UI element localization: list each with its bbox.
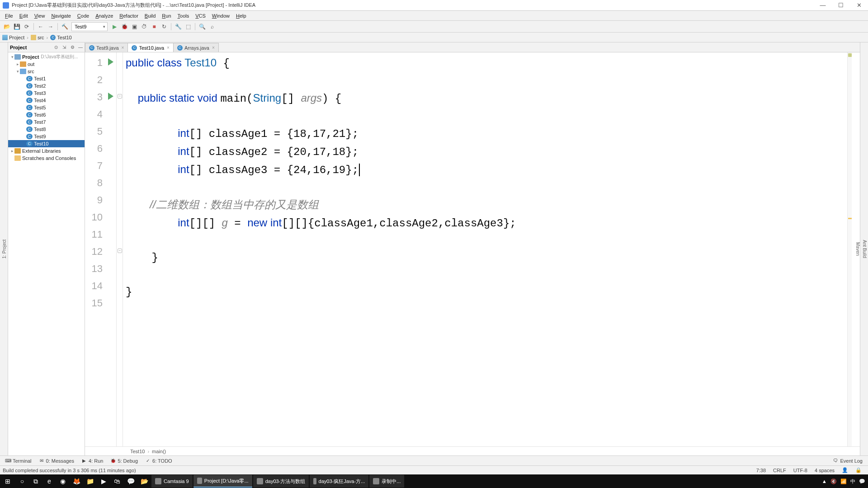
- run-icon[interactable]: ▶: [109, 22, 119, 32]
- bottom-tab-5-debug[interactable]: 🐞5: Debug: [107, 456, 142, 465]
- tree-item-test10[interactable]: CTest10: [8, 140, 85, 147]
- bottom-tab-6-todo[interactable]: ✓6: TODO: [142, 456, 176, 465]
- tree-item-test9[interactable]: CTest9: [8, 133, 85, 140]
- search-icon[interactable]: 🔍: [197, 22, 207, 32]
- back-icon[interactable]: ←: [36, 22, 46, 32]
- left-tab-2-favorites[interactable]: 2: Favorites: [0, 235, 1, 263]
- profile-icon[interactable]: ⏱: [139, 22, 149, 32]
- cortana-icon[interactable]: ○: [15, 474, 29, 488]
- menu-tools[interactable]: Tools: [175, 12, 193, 19]
- inspection-icon[interactable]: 👤: [838, 467, 852, 473]
- editor-tab-test10-java[interactable]: CTest10.java×: [127, 43, 174, 52]
- menu-refactor[interactable]: Refactor: [116, 12, 142, 19]
- line-separator[interactable]: CRLF: [769, 468, 790, 473]
- tree-item-project[interactable]: ▾ProjectD:\Java零基础到...: [8, 53, 85, 61]
- update-icon[interactable]: ↻: [159, 22, 169, 32]
- stop-icon[interactable]: ■: [149, 22, 159, 32]
- store-icon[interactable]: 🛍: [110, 474, 124, 488]
- menu-code[interactable]: Code: [74, 12, 92, 19]
- tree-item-out[interactable]: ▸out: [8, 61, 85, 68]
- menu-run[interactable]: Run: [159, 12, 174, 19]
- warning-marker[interactable]: [848, 218, 852, 219]
- expand-all-icon[interactable]: ⇲: [60, 43, 68, 52]
- menu-analyze[interactable]: Analyze: [92, 12, 116, 19]
- project-tree[interactable]: ▾ProjectD:\Java零基础到...▸out▾srcCTest1CTes…: [8, 52, 85, 455]
- right-tab-ant-build[interactable]: Ant Build: [861, 236, 868, 262]
- run-gutter-icon[interactable]: [108, 93, 113, 100]
- select-opened-icon[interactable]: ⊙: [52, 43, 60, 52]
- nav-test10[interactable]: CTest10: [49, 35, 73, 40]
- chrome-icon[interactable]: ◉: [56, 474, 70, 488]
- file-encoding[interactable]: UTF-8: [790, 468, 811, 473]
- bottom-tab-terminal[interactable]: ⌨Terminal: [2, 456, 35, 465]
- bottom-tab-0-messages[interactable]: ✉0: Messages: [35, 456, 78, 465]
- tree-item-test1[interactable]: CTest1: [8, 75, 85, 82]
- menu-window[interactable]: Window: [209, 12, 233, 19]
- crumb-method[interactable]: main(): [152, 449, 166, 454]
- tree-item-test5[interactable]: CTest5: [8, 104, 85, 111]
- hide-icon[interactable]: —: [76, 43, 85, 52]
- menu-edit[interactable]: Edit: [16, 12, 31, 19]
- menu-help[interactable]: Help: [233, 12, 250, 19]
- maximize-button[interactable]: ☐: [832, 0, 850, 11]
- tray-volume-icon[interactable]: 🔇: [830, 479, 837, 484]
- folder2-icon[interactable]: 📂: [137, 474, 151, 488]
- taskbar-app[interactable]: Camtasia 9: [151, 475, 193, 488]
- tree-item-external libraries[interactable]: ▸External Libraries: [8, 147, 85, 155]
- indent-setting[interactable]: 4 spaces: [811, 468, 838, 473]
- edge-icon[interactable]: e: [42, 474, 56, 488]
- close-tab-icon[interactable]: ×: [122, 45, 124, 50]
- tree-item-test3[interactable]: CTest3: [8, 89, 85, 97]
- tree-item-src[interactable]: ▾src: [8, 68, 85, 75]
- firefox-icon[interactable]: 🦊: [70, 474, 83, 488]
- wechat-icon[interactable]: 💬: [124, 474, 137, 488]
- editor-tab-test9-java[interactable]: CTest9.java×: [85, 43, 128, 52]
- nav-project[interactable]: Project: [1, 35, 26, 40]
- run-gutter-icon[interactable]: [108, 58, 113, 66]
- debug-icon[interactable]: 🐞: [119, 22, 129, 32]
- event-log-button[interactable]: 🗨Event Log: [829, 456, 866, 465]
- nav-src[interactable]: src: [29, 35, 46, 40]
- tree-item-test6[interactable]: CTest6: [8, 111, 85, 118]
- menu-build[interactable]: Build: [142, 12, 159, 19]
- save-icon[interactable]: 💾: [12, 22, 22, 32]
- left-tab-1-project[interactable]: 1: Project: [1, 237, 8, 261]
- close-button[interactable]: ✕: [850, 0, 868, 11]
- close-tab-icon[interactable]: ×: [167, 45, 170, 50]
- tray-network-icon[interactable]: 📶: [840, 479, 847, 484]
- taskbar-app[interactable]: 录制中...: [369, 475, 404, 488]
- menu-navigate[interactable]: Navigate: [48, 12, 74, 19]
- tree-item-test4[interactable]: CTest4: [8, 97, 85, 104]
- tree-item-test7[interactable]: CTest7: [8, 118, 85, 126]
- taskbar-app[interactable]: day03-方法与数组: [253, 475, 309, 488]
- tree-item-test2[interactable]: CTest2: [8, 82, 85, 89]
- readonly-lock-icon[interactable]: 🔒: [852, 467, 865, 473]
- build-icon[interactable]: 🔨: [60, 22, 70, 32]
- editor-tab-arrays-java[interactable]: CArrays.java×: [173, 43, 219, 52]
- code-editor[interactable]: public class Test10 { public static void…: [123, 52, 860, 446]
- fold-marker[interactable]: −: [118, 94, 122, 99]
- tree-item-test8[interactable]: CTest8: [8, 126, 85, 133]
- tray-overflow-icon[interactable]: ▲: [822, 479, 827, 484]
- menu-view[interactable]: View: [31, 12, 48, 19]
- close-tab-icon[interactable]: ×: [212, 45, 215, 50]
- fold-marker[interactable]: −: [118, 249, 122, 253]
- coverage-icon[interactable]: ▣: [129, 22, 139, 32]
- gear-icon[interactable]: ⚙: [68, 43, 76, 52]
- video-icon[interactable]: ▶: [97, 474, 110, 488]
- settings-icon[interactable]: 🔧: [173, 22, 183, 32]
- sync-icon[interactable]: ⟳: [22, 22, 32, 32]
- task-view-icon[interactable]: ⧉: [29, 474, 42, 488]
- crumb-class[interactable]: Test10: [130, 449, 145, 454]
- forward-icon[interactable]: →: [46, 22, 56, 32]
- open-icon[interactable]: 📂: [2, 22, 12, 32]
- minimize-button[interactable]: —: [814, 0, 832, 11]
- system-tray[interactable]: ▲ 🔇 📶 中 💬: [822, 478, 868, 485]
- find-icon[interactable]: ⌕: [207, 22, 217, 32]
- tray-ime-icon[interactable]: 中: [850, 478, 855, 485]
- taskbar-app[interactable]: day03-疯狂Java-方...: [310, 475, 368, 488]
- explorer-icon[interactable]: 📁: [83, 474, 97, 488]
- caret-position[interactable]: 7:38: [753, 468, 769, 473]
- menu-file[interactable]: File: [2, 12, 16, 19]
- bottom-tab-4-run[interactable]: ▶4: Run: [78, 456, 107, 465]
